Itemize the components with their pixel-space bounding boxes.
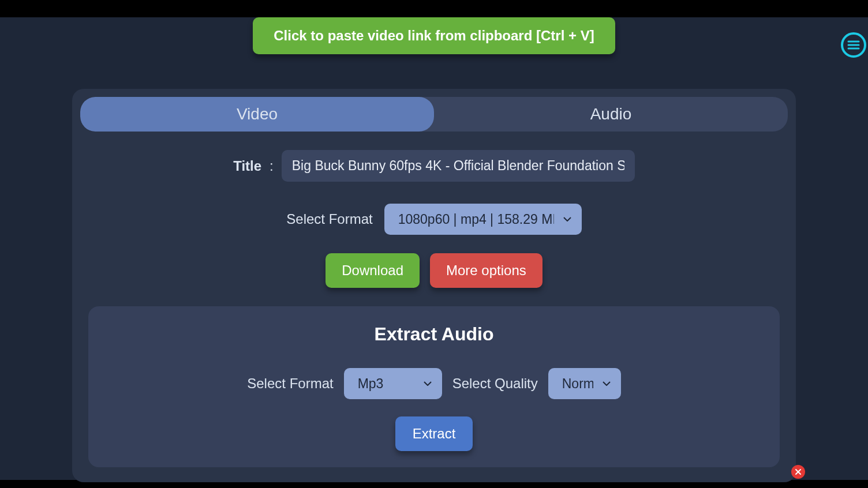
video-format-row: Select Format 1080p60 | mp4 | 158.29 MB [80,204,788,235]
video-format-select[interactable]: 1080p60 | mp4 | 158.29 MB [384,204,582,235]
extract-audio-heading: Extract Audio [102,324,766,345]
action-row: Download More options [80,253,788,288]
audio-quality-select[interactable]: Normal [548,368,621,399]
extract-controls-row: Select Format Mp3 Select Quality Normal [102,368,766,399]
video-format-label: Select Format [286,211,372,227]
tabs: Video Audio [80,97,788,132]
audio-quality-label: Select Quality [452,376,538,392]
audio-format-label: Select Format [247,376,333,392]
extract-audio-panel: Extract Audio Select Format Mp3 Select Q… [88,306,780,467]
download-button[interactable]: Download [326,253,420,288]
title-label: Title [233,158,261,174]
paste-link-button[interactable]: Click to paste video link from clipboard… [253,17,615,54]
main-panel: Video Audio Title : Select Format 1080p6… [72,89,796,482]
tab-video[interactable]: Video [80,97,434,132]
audio-format-select[interactable]: Mp3 [344,368,442,399]
title-colon: : [270,158,274,174]
more-options-button[interactable]: More options [430,253,542,288]
menu-icon[interactable] [839,31,868,59]
extract-button[interactable]: Extract [395,416,473,451]
tab-audio[interactable]: Audio [434,97,788,132]
close-icon[interactable] [791,465,805,479]
app-container: Click to paste video link from clipboard… [0,17,868,480]
title-input[interactable] [282,150,635,182]
title-row: Title : [80,150,788,182]
